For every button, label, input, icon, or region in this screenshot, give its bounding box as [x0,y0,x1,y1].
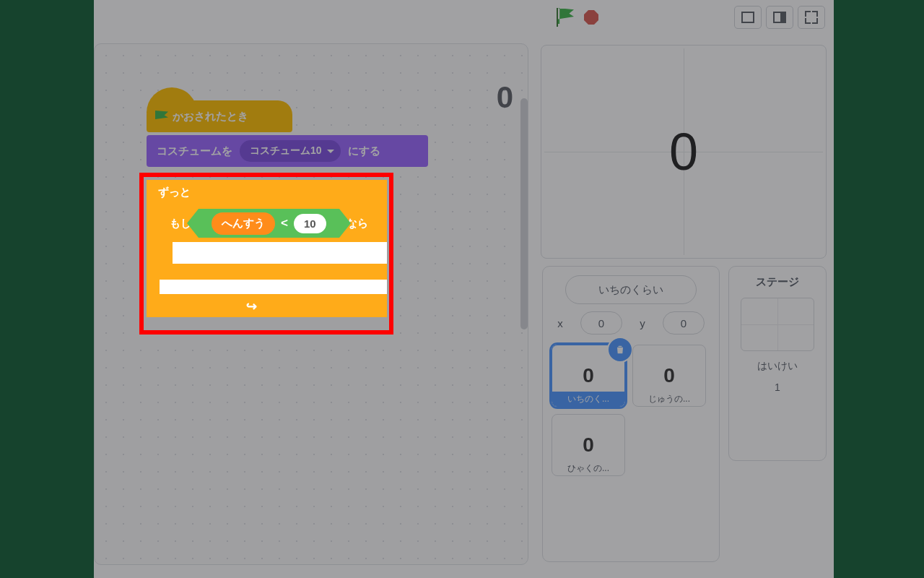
y-label: y [640,317,645,329]
flag-icon [155,111,168,122]
looks-post: にする [348,144,380,158]
sprite-thumb-label: いちのく... [552,392,624,406]
sprite-thumbnail[interactable]: 0いちのく... [552,345,625,407]
backdrop-count: 1 [775,381,780,393]
scripts-scrollbar[interactable] [520,98,528,329]
highlight-frame [139,173,393,335]
small-stage-button[interactable] [734,6,762,29]
stage-title: ステージ [756,275,799,289]
sprite-thumbnail[interactable]: 0じゅうの... [632,345,706,407]
sprite-name-input[interactable]: いちのくらい [565,275,697,304]
scripts-area[interactable]: 0 がおされたとき コスチュームを コスチューム10 にする ずっと もし へん… [94,43,528,565]
sprite-thumbnail[interactable]: 0ひゃくの... [552,414,625,476]
sprite-panel: いちのくらい x 0 y 0 0いちのく...0じゅうの...0ひゃくの... [542,266,720,562]
hat-label: がおされたとき [173,110,248,124]
stage-selector-panel: ステージ はいけい 1 [728,266,827,461]
sprite-thumb-label: じゅうの... [633,392,705,406]
variable-readout: 0 [497,80,513,115]
green-flag-button[interactable] [557,8,574,27]
looks-pre: コスチュームを [157,144,232,158]
switch-costume-block[interactable]: コスチュームを コスチューム10 にする [147,135,428,167]
stage-controls [531,0,834,35]
sprite-thumb-number: 0 [583,434,594,457]
sprite-y-input[interactable]: 0 [663,311,705,335]
costume-dropdown[interactable]: コスチューム10 [240,140,341,162]
backdrop-label: はいけい [757,360,798,373]
backdrop-thumbnail[interactable] [741,298,814,351]
large-stage-button[interactable] [766,6,793,29]
stop-button[interactable] [584,10,598,25]
event-when-flag-clicked-block[interactable]: がおされたとき [147,100,292,132]
delete-sprite-button[interactable] [607,337,633,363]
sprite-thumb-number: 0 [663,364,675,387]
fullscreen-button[interactable] [798,6,825,29]
sprite-thumb-label: ひゃくの... [552,461,624,475]
x-label: x [557,317,563,329]
stage-display-number: 0 [669,122,698,181]
sprite-thumb-number: 0 [583,364,594,387]
sprite-x-input[interactable]: 0 [580,311,622,335]
stage[interactable]: 0 [541,45,827,259]
